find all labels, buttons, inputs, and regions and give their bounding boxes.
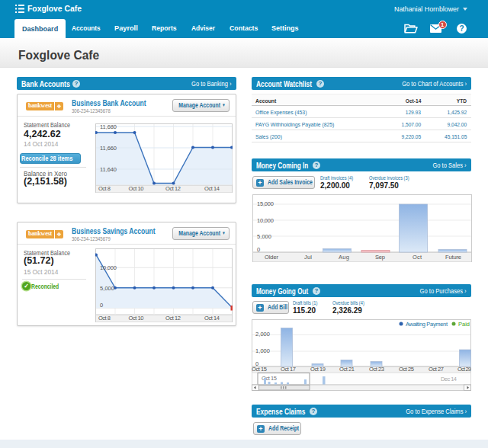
svg-text:Oct 14: Oct 14 — [204, 185, 220, 192]
svg-text:0: 0 — [257, 246, 260, 253]
svg-text:Oct 19: Oct 19 — [310, 366, 326, 373]
svg-text:Oct 27: Oct 27 — [429, 366, 444, 373]
svg-text:2,000: 2,000 — [255, 331, 270, 338]
svg-text:10,000: 10,000 — [257, 217, 274, 224]
svg-text:Aug: Aug — [339, 254, 349, 261]
svg-text:Oct 10: Oct 10 — [128, 315, 143, 322]
svg-text:11,660: 11,660 — [100, 145, 117, 152]
svg-text:1,000: 1,000 — [255, 347, 270, 354]
svg-text:Dec 14: Dec 14 — [441, 376, 457, 382]
svg-text:Oct 8: Oct 8 — [98, 185, 111, 192]
svg-text:Awaiting Payment: Awaiting Payment — [406, 321, 448, 328]
svg-text:Oct 12: Oct 12 — [165, 315, 181, 322]
svg-text:Oct 17: Oct 17 — [281, 366, 296, 373]
svg-text:Future: Future — [445, 254, 461, 261]
svg-text:Oct 10: Oct 10 — [128, 185, 143, 192]
svg-text:Oct 15: Oct 15 — [252, 366, 267, 373]
svg-text:11,640: 11,640 — [100, 166, 117, 173]
svg-text:Oct: Oct — [413, 254, 422, 261]
svg-text:Paid: Paid — [458, 321, 470, 328]
svg-text:Oct 8: Oct 8 — [98, 315, 111, 322]
svg-text:Jul: Jul — [304, 254, 312, 261]
svg-text:0: 0 — [100, 302, 103, 309]
svg-text:11,680: 11,680 — [100, 123, 117, 130]
svg-text:5,000: 5,000 — [100, 285, 114, 292]
svg-text:Oct 21: Oct 21 — [339, 366, 355, 373]
svg-text:Oct 23: Oct 23 — [369, 366, 384, 373]
svg-text:Oct 25: Oct 25 — [399, 366, 414, 373]
svg-text:10,000: 10,000 — [100, 264, 117, 271]
svg-text:15,000: 15,000 — [257, 200, 274, 207]
svg-text:Older: Older — [265, 254, 279, 261]
svg-text:Oct 12: Oct 12 — [165, 185, 181, 192]
svg-text:Sep: Sep — [375, 254, 385, 261]
svg-text:Oct 14: Oct 14 — [204, 315, 220, 322]
svg-text:Oct 29: Oct 29 — [458, 366, 471, 373]
svg-text:5,000: 5,000 — [257, 233, 271, 240]
